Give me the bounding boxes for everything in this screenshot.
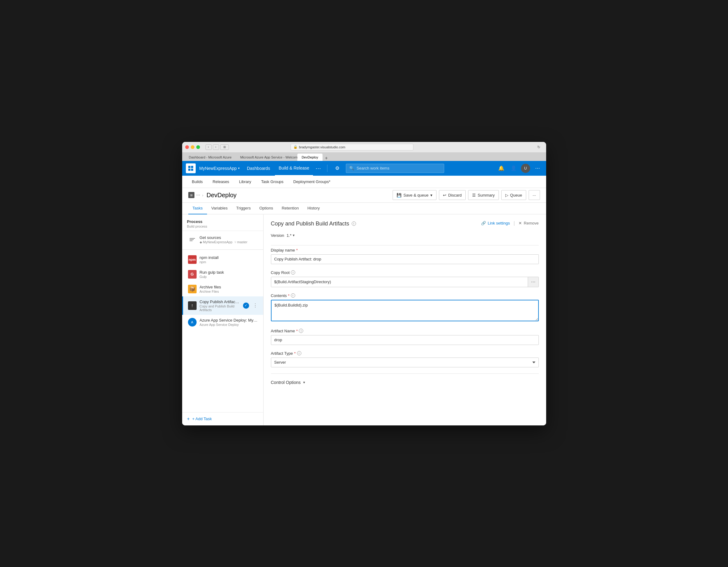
artifact-type-group: Artifact Type * i Server FileCopy — [271, 351, 539, 367]
more-actions-button[interactable]: ··· — [529, 190, 540, 200]
discard-button[interactable]: ↩ Discard — [439, 190, 466, 200]
sec-nav-task-groups[interactable]: Task Groups — [257, 175, 287, 188]
save-icon: 💾 — [397, 193, 401, 197]
sec-nav-builds[interactable]: Builds — [188, 175, 206, 188]
header-search[interactable]: 🔍 Search work items — [346, 164, 444, 173]
artifact-name-info-icon[interactable]: i — [299, 329, 303, 333]
copy-publish-icon: ↑ — [188, 301, 197, 310]
secondary-nav: Builds Releases Library Task Groups Depl… — [182, 176, 546, 188]
browser-tab-2[interactable]: Microsoft Azure App Service - Welcome — [236, 154, 297, 161]
header-separator — [327, 165, 327, 172]
tab-tasks[interactable]: Tasks — [188, 203, 207, 214]
person-icon-btn[interactable]: 👤 — [509, 163, 519, 173]
link-icon: 🔗 — [481, 221, 486, 225]
contents-textarea[interactable]: $(Build.BuildId).zip — [271, 300, 539, 321]
app-name[interactable]: MyNewExpressApp ▾ — [199, 166, 240, 171]
task-run-gulp[interactable]: G Run gulp task Gulp — [182, 267, 263, 282]
search-icon: 🔍 — [349, 166, 354, 170]
add-task-button[interactable]: + + Add Task — [182, 412, 263, 425]
control-options-header[interactable]: Control Options ▾ — [271, 376, 539, 389]
nav-more[interactable]: ⋯ — [314, 165, 322, 172]
notifications-icon-btn[interactable]: 🔔 — [496, 163, 506, 173]
reload-button[interactable]: ↻ — [535, 145, 543, 149]
tab-retention[interactable]: Retention — [277, 203, 303, 214]
contents-group: Contents * i $(Build.BuildId).zip — [271, 293, 539, 323]
header-actions: 🔔 👤 U ⋯ — [496, 163, 542, 173]
breadcrumb-dots[interactable]: ··· — [196, 192, 200, 198]
copy-root-label: Copy Root i — [271, 270, 539, 275]
close-icon: ✕ — [519, 221, 522, 225]
gear-icon-btn[interactable]: ⚙ — [332, 163, 342, 173]
new-tab-button[interactable]: + — [323, 155, 330, 161]
copy-root-input[interactable] — [271, 277, 528, 287]
back-button[interactable]: ‹ — [205, 144, 212, 150]
add-task-plus-icon: + — [187, 416, 190, 422]
summary-button[interactable]: ☰ Summary — [468, 190, 499, 200]
browser-tab-3[interactable]: DevDeploy — [297, 154, 323, 161]
task-archive-name: Archive files — [200, 285, 258, 289]
panel-actions: 🔗 Link settings | ✕ Remove — [481, 221, 539, 226]
save-queue-button[interactable]: 💾 Save & queue ▾ — [393, 190, 436, 200]
tab-triggers[interactable]: Triggers — [232, 203, 255, 214]
task-azure-deploy[interactable]: A Azure App Service Deploy: MyNe... Azur… — [182, 315, 263, 330]
nav-build-release[interactable]: Build & Release — [275, 161, 313, 176]
artifact-name-label: Artifact Name * i — [271, 329, 539, 333]
more-icon-btn[interactable]: ⋯ — [533, 163, 542, 173]
version-label: Version — [271, 233, 284, 238]
user-avatar[interactable]: U — [521, 164, 530, 173]
maximize-button[interactable] — [196, 145, 200, 149]
close-button[interactable] — [185, 145, 189, 149]
sec-nav-library[interactable]: Library — [235, 175, 255, 188]
archive-icon: 📦 — [188, 285, 197, 293]
get-sources-icon — [188, 235, 197, 244]
panel-title-info-icon[interactable]: i — [352, 221, 356, 226]
contents-info-icon[interactable]: i — [291, 293, 295, 298]
copy-root-info-icon[interactable]: i — [291, 270, 295, 275]
app-logo — [186, 163, 196, 173]
artifact-name-input[interactable] — [271, 335, 539, 345]
queue-button[interactable]: ▷ Queue — [501, 190, 526, 200]
forward-button[interactable]: › — [213, 144, 219, 150]
task-gulp-sub: Gulp — [200, 275, 258, 279]
title-bar: ‹ › ⊞ 🔒 bradymgaster.visualstudio.com ↻ — [182, 142, 546, 152]
tab-history[interactable]: History — [303, 203, 324, 214]
form-divider-2 — [271, 373, 539, 374]
browser-tabs: Dashboard - Microsoft Azure Microsoft Az… — [182, 152, 546, 161]
tab-variables[interactable]: Variables — [207, 203, 232, 214]
remove-button[interactable]: ✕ Remove — [519, 221, 538, 225]
gear-icon: ⚙ — [335, 165, 339, 171]
tabs-button[interactable]: ⊞ — [220, 144, 229, 150]
url-bar[interactable]: 🔒 bradymgaster.visualstudio.com — [291, 144, 413, 151]
breadcrumb-icon: ⊞ — [188, 192, 194, 198]
discard-icon: ↩ — [443, 193, 446, 197]
task-archive-files[interactable]: 📦 Archive files Archive Files — [182, 282, 263, 296]
task-copy-publish[interactable]: ↑ Copy Publish Artifact: drop Copy and P… — [182, 296, 263, 315]
artifact-type-select[interactable]: Server FileCopy — [271, 358, 539, 367]
link-settings-button[interactable]: 🔗 Link settings — [481, 221, 510, 225]
task-npm-install[interactable]: npm npm install npm — [182, 252, 263, 267]
person-icon: 👤 — [511, 165, 517, 171]
minimize-button[interactable] — [191, 145, 194, 149]
copy-root-more-button[interactable]: ⋯ — [528, 277, 538, 287]
process-header: Process Build process — [182, 214, 263, 231]
control-options-label: Control Options — [271, 380, 301, 385]
display-name-input[interactable] — [271, 254, 539, 264]
tab-options[interactable]: Options — [255, 203, 277, 214]
nav-buttons: ‹ › ⊞ — [205, 144, 229, 150]
task-azure-sub: Azure App Service Deploy — [200, 323, 258, 327]
process-sub: Build process — [187, 225, 258, 228]
artifact-type-info-icon[interactable]: i — [297, 351, 301, 355]
artifact-name-group: Artifact Name * i — [271, 329, 539, 345]
nav-dashboards[interactable]: Dashboards — [243, 161, 274, 176]
browser-tab-1[interactable]: Dashboard - Microsoft Azure — [185, 154, 236, 161]
version-select[interactable]: 1.* ▾ — [287, 233, 295, 238]
bell-icon: 🔔 — [498, 165, 504, 171]
task-gulp-name: Run gulp task — [200, 270, 258, 275]
sec-nav-releases[interactable]: Releases — [209, 175, 233, 188]
task-copy-menu[interactable]: ⋮ — [252, 303, 258, 308]
task-gulp-info: Run gulp task Gulp — [200, 270, 258, 279]
task-get-sources[interactable]: Get sources ◆ MyNewExpressApp ⑂ master — [182, 232, 263, 247]
display-name-label: Display name * — [271, 248, 539, 252]
display-name-required: * — [296, 248, 298, 252]
sec-nav-deployment-groups[interactable]: Deployment Groups* — [290, 175, 334, 188]
